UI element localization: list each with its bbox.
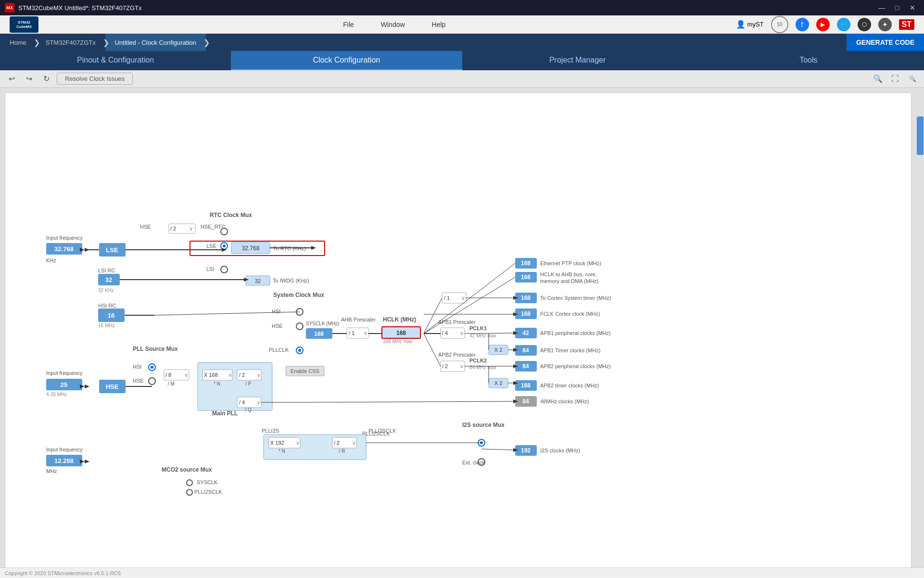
lse-radio-label: LSE [206,243,216,249]
youtube-icon[interactable]: ▶ [816,18,830,31]
apb2-prescaler-value: / 2 [442,363,448,369]
menu-right: 👤 myST 10 f ▶ 🐦 ⬡ ✦ ST [736,16,914,33]
nav-clock[interactable]: Untitled - Clock Configuration [105,34,206,51]
svg-text:∨: ∨ [352,440,356,446]
to-iwdg-label: To IWDG (KHz) [273,278,309,283]
sys-radio-hse [296,323,303,330]
github-icon[interactable]: ⬡ [858,18,871,31]
fclk-label: FCLK Cortex clock (MHz) [540,311,600,317]
redo-button[interactable]: ↪ [22,72,36,86]
sys-radio-pll-fill [298,349,301,352]
to-iwdg-value: 32 [255,278,261,284]
mco2-radio-plli2s [187,489,192,495]
div1-val: / 1 [444,295,450,301]
plli2s-r-label: / R [339,449,345,454]
ahb-prescaler-label: AHB Prescaler [341,317,376,322]
network-icon[interactable]: ✦ [878,18,892,31]
clock-canvas: Input frequency 32.768 KHz LSE LSI RC 32… [5,92,911,573]
nav-home[interactable]: Home [0,34,36,51]
enable-css-text: Enable CSS [291,368,319,374]
nav-device[interactable]: STM32F407ZGTx [36,34,105,51]
arrow-i2s-in [85,460,89,463]
pll-n-val: X 168 [204,372,218,378]
eth-ptp-val: 168 [521,260,531,267]
facebook-icon[interactable]: f [796,18,809,31]
rtc-radio-lse-fill [223,244,226,247]
hse-label: HSE [106,383,119,390]
mco2-mux-label: MCO2 source Mux [162,466,212,473]
svg-text:∨: ∨ [460,330,464,336]
main-content: Input frequency 32.768 KHz LSE LSI RC 32… [0,88,924,578]
plli2s-n-label: * N [278,449,285,454]
mco2-plli2sclk: PLLI2SCLK [194,489,222,495]
sys-clk-mux-label: System Clock Mux [273,292,324,298]
tab-clock[interactable]: Clock Configuration [231,51,462,70]
maximize-button[interactable]: □ [890,2,904,13]
minimize-button[interactable]: — [875,2,888,13]
resolve-clock-button[interactable]: Resolve Clock Issues [57,73,133,85]
sys-hse-label: HSE [272,323,283,329]
sysclk-label: SYSCLK (MHz) [306,321,339,326]
pclk2-label: PCLK2 [469,358,487,363]
hsi-rc-label: HSI RC [98,303,116,308]
navtabs: Home STM32F407ZGTx Untitled - Clock Conf… [0,34,924,51]
menu-items: File Window Help [53,19,736,30]
menu-file[interactable]: File [339,19,358,30]
wire-hclk-div1 [424,298,442,334]
apb1-timer-label: APB1 Timer clocks (MHz) [540,347,600,353]
mco2-sysclk: SYSCLK [197,479,218,485]
svg-text:∨: ∨ [296,440,300,446]
mco2-radio-sysclk [187,480,192,486]
generate-code-button[interactable]: GENERATE CODE [847,34,924,51]
tab-project[interactable]: Project Manager [462,51,693,70]
maintabs: Pinout & Configuration Clock Configurati… [0,51,924,70]
svg-text:∨: ∨ [460,363,464,369]
clock-diagram: Input frequency 32.768 KHz LSE LSI RC 32… [5,93,911,573]
tab-tools[interactable]: Tools [693,51,924,70]
app-logo: MX [5,3,14,13]
hse-rtc-label: HSE [140,224,151,230]
close-button[interactable]: ✕ [906,2,919,13]
reset-button[interactable]: ↻ [39,72,53,86]
svg-text:∨: ∨ [228,372,232,378]
sysclk-value: 168 [314,331,324,337]
arrow-lse-in [85,248,89,252]
clk48-label: 48MHz clocks (MHz) [540,398,589,404]
hclk-ahb-val: 168 [521,274,531,281]
sys-hsi-label: HSI [272,308,280,314]
pll-src-mux-label: PLL Source Mux [133,346,178,352]
pclk2-max: 84 MHz max [469,365,496,370]
lsi-radio-label: LSI [206,266,215,272]
apb2-timer-label: APB2 timer clocks (MHz) [540,383,599,388]
version-text: Copyright © 2020 STMicroelectronics v6.0… [5,570,121,576]
apb1-prescaler-value: / 4 [442,330,448,336]
wire-hclk-apb2 [424,334,441,366]
hclk-ahb-label2: memory and DMA (MHz) [540,278,598,284]
pll-n-label: * N [214,381,220,386]
to-rtc-value: 32.768 [242,245,260,252]
lsi-unit: 32 KHz [98,288,114,293]
pclk1-max: 42 MHz max [469,333,496,338]
scroll-thumb[interactable] [917,116,924,155]
apb1-prescaler-label: APB1 Prescaler [438,319,476,325]
pll-p-label: / P [245,381,252,386]
titlebar: MX STM32CubeMX Untitled*: STM32F407ZGTx … [0,0,924,15]
zoom-in-button[interactable]: 🔍 [871,72,885,86]
scrollbar[interactable] [916,88,924,578]
wire-q-out2 [304,401,515,402]
myst-button[interactable]: 👤 myST [736,20,764,29]
menu-window[interactable]: Window [377,19,409,30]
pll-q-val: / 4 [239,399,245,405]
pll-hsi-label: HSI [133,364,141,370]
undo-button[interactable]: ↩ [5,72,18,86]
ext-clk-label: Ext. clock [462,460,485,465]
lsi-rc-label: LSI RC [98,268,115,273]
twitter-icon[interactable]: 🐦 [837,18,850,31]
tab-pinout[interactable]: Pinout & Configuration [0,51,231,70]
menu-help[interactable]: Help [428,19,450,30]
fullscreen-button[interactable]: ⛶ [888,72,902,86]
hse-input-label: Input frequency [46,370,83,376]
main-pll-label: Main PLL [212,410,238,417]
arrow-rtc-out [311,246,316,250]
zoom-out-button[interactable]: 🔍 [906,72,919,86]
